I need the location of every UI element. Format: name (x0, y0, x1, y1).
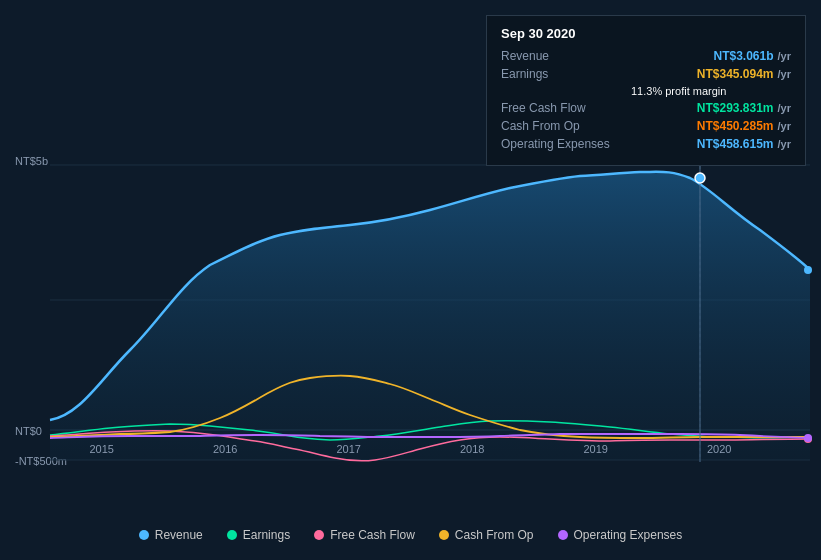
tooltip-row-fcf: Free Cash Flow NT$293.831m/yr (501, 101, 791, 115)
tooltip-row-earnings: Earnings NT$345.094m/yr (501, 67, 791, 81)
x-label-2015: 2015 (90, 443, 114, 455)
tooltip-title: Sep 30 2020 (501, 26, 791, 41)
tooltip-label-fcf: Free Cash Flow (501, 101, 631, 115)
tooltip-sub-earnings: 11.3% profit margin (501, 85, 791, 97)
legend-label-earnings: Earnings (243, 528, 290, 542)
legend-dot-fcf (314, 530, 324, 540)
legend-dot-revenue (139, 530, 149, 540)
data-tooltip: Sep 30 2020 Revenue NT$3.061b/yr Earning… (486, 15, 806, 166)
legend-earnings[interactable]: Earnings (227, 528, 290, 542)
tooltip-value-fcf: NT$293.831m/yr (697, 101, 791, 115)
chart-legend: Revenue Earnings Free Cash Flow Cash Fro… (0, 520, 821, 550)
tooltip-row-cashfromop: Cash From Op NT$450.285m/yr (501, 119, 791, 133)
tooltip-row-opex: Operating Expenses NT$458.615m/yr (501, 137, 791, 151)
legend-cashfromop[interactable]: Cash From Op (439, 528, 534, 542)
x-label-2020: 2020 (707, 443, 731, 455)
x-label-2019: 2019 (584, 443, 608, 455)
x-label-2017: 2017 (337, 443, 361, 455)
legend-label-revenue: Revenue (155, 528, 203, 542)
legend-opex[interactable]: Operating Expenses (558, 528, 683, 542)
legend-dot-earnings (227, 530, 237, 540)
legend-dot-opex (558, 530, 568, 540)
tooltip-value-earnings: NT$345.094m/yr (697, 67, 791, 81)
legend-revenue[interactable]: Revenue (139, 528, 203, 542)
tooltip-row-revenue: Revenue NT$3.061b/yr (501, 49, 791, 63)
legend-dot-cashfromop (439, 530, 449, 540)
svg-point-7 (804, 434, 812, 442)
tooltip-label-earnings: Earnings (501, 67, 631, 81)
tooltip-label-opex: Operating Expenses (501, 137, 631, 151)
tooltip-value-revenue: NT$3.061b/yr (714, 49, 792, 63)
x-label-2018: 2018 (460, 443, 484, 455)
x-label-2016: 2016 (213, 443, 237, 455)
tooltip-label-cashfromop: Cash From Op (501, 119, 631, 133)
legend-label-opex: Operating Expenses (574, 528, 683, 542)
x-axis-labels: 2015 2016 2017 2018 2019 2020 (0, 443, 821, 455)
legend-fcf[interactable]: Free Cash Flow (314, 528, 415, 542)
tooltip-value-opex: NT$458.615m/yr (697, 137, 791, 151)
svg-point-5 (804, 266, 812, 274)
legend-label-cashfromop: Cash From Op (455, 528, 534, 542)
legend-label-fcf: Free Cash Flow (330, 528, 415, 542)
svg-point-9 (695, 173, 705, 183)
tooltip-value-cashfromop: NT$450.285m/yr (697, 119, 791, 133)
tooltip-label-revenue: Revenue (501, 49, 631, 63)
